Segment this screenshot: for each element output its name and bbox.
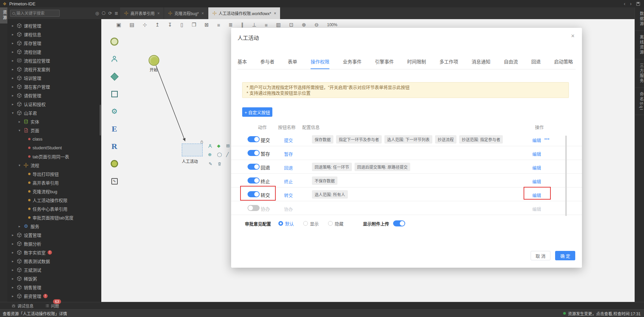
save-draft-toggle-on[interactable] — [248, 150, 260, 156]
tree-item[interactable]: ▸销售管理 — [7, 283, 101, 292]
chevron-right-icon[interactable]: ▸ — [11, 76, 15, 80]
tree-item[interactable]: ▸库存管理 — [7, 39, 101, 47]
node-connector-icon[interactable]: ╱ — [226, 152, 229, 157]
rail-tab-thirdparty-services[interactable]: 三方服务 — [635, 59, 644, 88]
status-right[interactable]: 资源发生变更，点击查看,检查时间:17:31 — [563, 311, 641, 316]
edit-link[interactable]: 编辑 — [532, 178, 541, 184]
delete-icon[interactable]: ⊠ — [205, 22, 209, 28]
button-name-link[interactable]: 提交 — [284, 137, 293, 143]
chevron-down-icon[interactable]: ▾ — [11, 111, 15, 115]
fit-screen-icon[interactable]: ⊡ — [289, 22, 293, 28]
tree-item[interactable]: ▸图表测试数据 — [7, 257, 101, 265]
tab-form[interactable]: 表单 — [288, 58, 297, 69]
tree-item[interactable]: ▸⚙服务 — [7, 222, 101, 230]
radio-hide-label[interactable]: 隐藏 — [335, 220, 343, 227]
close-icon[interactable]: × — [571, 33, 575, 40]
tree-item[interactable]: ▸流程开发案例 — [7, 65, 101, 73]
radio-hide[interactable] — [328, 221, 333, 226]
tree-item[interactable]: ▸培训管理 — [7, 73, 101, 82]
columns-icon[interactable]: ▥ — [276, 22, 281, 28]
radio-show-label[interactable]: 显示 — [310, 220, 319, 227]
file-tab-active[interactable]: 人工活动操作权限.workflowx* × — [208, 7, 281, 19]
cancel-button[interactable]: 取 消 — [531, 251, 551, 260]
tree-item[interactable]: ▸数字实验室! — [7, 248, 101, 257]
tab-rollback[interactable]: 回退 — [531, 58, 541, 69]
tree-item[interactable]: 任务中心表单引用 — [7, 204, 101, 213]
tab-engine-events[interactable]: 引擎事件 — [375, 58, 394, 69]
distribute-icon[interactable]: ∥ — [241, 22, 244, 28]
more-actions-icon[interactable]: ••• — [544, 137, 550, 142]
save-icon[interactable] — [636, 2, 640, 6]
tree-item[interactable]: 高开表单引用 — [7, 178, 101, 187]
zoom-out-icon[interactable]: ⊖ — [314, 22, 319, 28]
align-center-icon[interactable]: ≣ — [228, 22, 233, 28]
manual-activity-node-selected[interactable] — [182, 144, 203, 156]
tree-item[interactable]: class — [7, 135, 101, 143]
chevron-right-icon[interactable]: ▸ — [17, 120, 21, 123]
tree-item[interactable]: ▸流程监控管理 — [7, 56, 101, 65]
chevron-right-icon[interactable]: ▸ — [11, 59, 15, 62]
node-delete-icon[interactable] — [217, 162, 222, 166]
palette-start-node-icon[interactable] — [109, 37, 119, 47]
tree-scrollbar[interactable] — [100, 105, 101, 136]
align-bottom-icon[interactable]: ⊥ — [252, 22, 256, 28]
edit-link[interactable]: 编辑 — [532, 151, 541, 157]
close-tab-icon[interactable]: × — [274, 11, 276, 16]
edit-link[interactable]: 编辑 — [532, 192, 541, 198]
chevron-right-icon[interactable]: ▸ — [11, 251, 15, 254]
chevron-right-icon[interactable]: ▸ — [11, 242, 15, 246]
chevron-right-icon[interactable]: ▸ — [11, 85, 15, 89]
tree-item[interactable]: ▸流程创建 — [7, 47, 101, 56]
transfer-toggle-on[interactable] — [248, 191, 260, 197]
tree-item[interactable]: ▸薪资管理! — [7, 292, 101, 300]
table-scrollbar[interactable] — [565, 136, 567, 216]
palette-subprocess-icon[interactable] — [109, 89, 119, 99]
search-input[interactable] — [16, 11, 56, 16]
tree-item[interactable]: ▾流程 — [7, 161, 101, 169]
node-participant-icon[interactable] — [208, 144, 212, 148]
submit-toggle-on[interactable] — [248, 136, 260, 142]
button-name-link[interactable]: 转交 — [284, 192, 293, 198]
tree-item[interactable]: ▾页面 — [7, 126, 101, 135]
tree-item[interactable]: tab页面引用同一表 — [7, 152, 101, 161]
justify-icon[interactable]: ≡ — [265, 22, 268, 28]
chevron-right-icon[interactable]: ▸ — [11, 41, 15, 45]
pan-hand-icon[interactable]: ⊹ — [143, 22, 147, 28]
align-left-icon[interactable]: ≡ — [217, 22, 220, 28]
chevron-right-icon[interactable]: ▸ — [17, 224, 21, 228]
tree-item[interactable]: ▸潜在客户管理 — [7, 82, 101, 91]
chevron-right-icon[interactable]: ▸ — [11, 285, 15, 289]
chevron-right-icon[interactable]: ▸ — [11, 259, 15, 263]
tab-time-limit[interactable]: 时间限制 — [407, 58, 426, 69]
rollback-toggle-on[interactable] — [248, 164, 260, 170]
palette-entity-icon[interactable]: E — [109, 124, 119, 134]
tree-item[interactable]: ▸稀饭粥 — [7, 274, 101, 283]
tab-message-notification[interactable]: 消息通知 — [472, 58, 490, 69]
ok-button[interactable]: 确 定 — [555, 251, 575, 260]
history-forward-icon[interactable]: › — [630, 1, 632, 6]
chevron-right-icon[interactable]: ▸ — [11, 294, 15, 298]
radio-default-label[interactable]: 默认 — [285, 220, 294, 227]
button-name-link[interactable]: 回退 — [284, 164, 293, 171]
close-tab-icon[interactable]: × — [157, 11, 160, 16]
palette-note-icon[interactable]: ✎ — [109, 176, 119, 186]
tree-item[interactable]: ▸王斌测试 — [7, 265, 101, 274]
palette-end-node-icon[interactable] — [109, 159, 119, 169]
chevron-right-icon[interactable]: ▸ — [11, 33, 15, 36]
clipboard-icon[interactable]: ▤ — [129, 22, 134, 28]
node-circle-plus-icon[interactable]: ⊕ — [208, 152, 212, 157]
node-circle-icon[interactable]: ◯ — [217, 152, 222, 157]
node-decision-icon[interactable]: ◆ — [217, 143, 220, 148]
node-edit-icon[interactable]: ✎ — [209, 161, 212, 166]
edit-link[interactable]: 编辑 — [532, 137, 541, 143]
tree-item[interactable]: 克隆流程bug — [7, 187, 101, 196]
tab-free-flow[interactable]: 自由流 — [504, 58, 518, 69]
chevron-right-icon[interactable]: ▸ — [11, 277, 15, 280]
tree-item[interactable]: studentStudent — [7, 143, 101, 152]
tab-start-strategy[interactable]: 启动策略 — [554, 58, 573, 69]
tree-item[interactable]: 审批页面按钮tab宽度 — [7, 213, 101, 222]
assist-toggle-off[interactable] — [248, 205, 260, 211]
document-icon[interactable]: ▯ — [180, 22, 183, 28]
copy-document-icon[interactable]: ❐ — [192, 22, 196, 28]
chevron-right-icon[interactable]: ▸ — [11, 268, 15, 272]
